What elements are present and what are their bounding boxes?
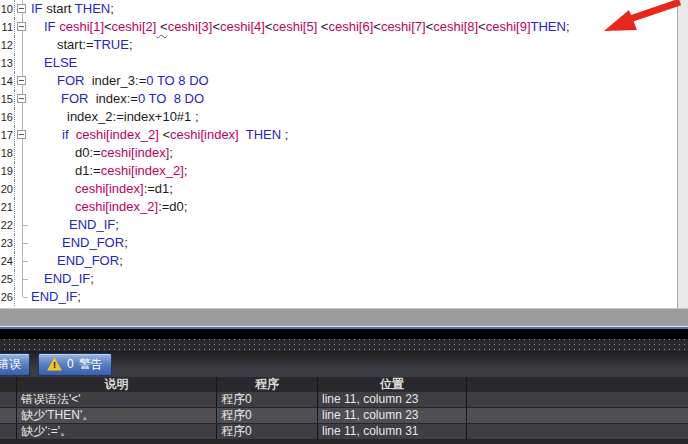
error-icon-cell [0,392,17,407]
error-row[interactable]: 错误语法'<'程序0line 11, column 23 [0,392,688,408]
code-text: END_IF; [31,270,688,288]
line-number: 22 [0,216,15,234]
code-line[interactable]: 17if ceshi[index_2] <ceshi[index] THEN ; [0,126,688,144]
code-line[interactable]: 10IF start THEN; [0,0,688,18]
header-icon-column [0,377,17,392]
header-description[interactable]: 说明 [17,377,217,392]
fold-guide [15,288,31,306]
error-program: 程序0 [217,424,318,439]
panel-gap [0,329,688,338]
fold-guide [15,198,31,216]
line-number: 16 [0,108,15,126]
fold-marker[interactable] [15,126,31,144]
code-line[interactable]: 16index_2:=index+10#1 ; [0,108,688,126]
header-program[interactable]: 程序 [217,377,318,392]
line-number: 23 [0,234,15,252]
code-text: ELSE [31,54,688,72]
tab-errors[interactable]: 错误 [0,353,30,376]
header-filler [467,377,688,392]
code-line[interactable]: 12start:=TRUE; [0,36,688,54]
fold-marker[interactable] [15,90,31,108]
line-number: 17 [0,126,15,144]
code-text: if ceshi[index_2] <ceshi[index] THEN ; [31,126,688,144]
line-number: 21 [0,198,15,216]
line-number: 11 [0,18,15,36]
panel-splitter-handle[interactable] [0,338,688,351]
error-list-header: 说明 程序 位置 [0,377,688,392]
code-text: END_FOR; [31,252,688,270]
error-location: line 11, column 23 [318,408,467,423]
warning-triangle-icon: ! [47,358,62,371]
fold-guide [15,144,31,162]
code-line[interactable]: 22END_IF; [0,216,688,234]
code-line[interactable]: 23END_FOR; [0,234,688,252]
error-location: line 11, column 23 [318,392,467,407]
code-line[interactable]: 14FOR inder_3:=0 TO 8 DO [0,72,688,90]
error-row-filler [467,392,688,407]
code-line[interactable]: 18d0:=ceshi[index]; [0,144,688,162]
code-text: END_IF; [31,288,688,306]
line-number: 18 [0,144,15,162]
line-number: 15 [0,90,15,108]
message-panel-tabbar: 错误 ! 0 警告 [0,351,688,377]
code-line[interactable]: 24END_FOR; [0,252,688,270]
fold-guide [15,270,31,288]
fold-guide [15,108,31,126]
error-description: 缺少'THEN'。 [17,408,217,423]
fold-guide [15,36,31,54]
fold-guide [15,252,31,270]
fold-marker[interactable] [15,18,31,36]
code-text: IF start THEN; [31,0,688,18]
tab-warnings-label: 警告 [79,356,103,373]
horizontal-scrollbar[interactable] [0,308,688,326]
code-line[interactable]: 26END_IF; [0,288,688,306]
fold-guide [15,162,31,180]
warnings-count: 0 [67,357,74,371]
error-program: 程序0 [217,392,318,407]
code-text: FOR inder_3:=0 TO 8 DO [31,72,688,90]
line-number: 13 [0,54,15,72]
code-editor[interactable]: 10IF start THEN;11IF ceshi[1]<ceshi[2] <… [0,0,688,308]
error-row[interactable]: 缺少'THEN'。程序0line 11, column 23 [0,408,688,424]
code-line[interactable]: 13ELSE [0,54,688,72]
tab-errors-label: 错误 [0,356,21,373]
code-text: END_FOR; [31,234,688,252]
line-number: 24 [0,252,15,270]
annotation-arrow-icon [596,0,684,38]
code-text: index_2:=index+10#1 ; [31,108,688,126]
vertical-scrollbar[interactable] [677,0,688,308]
code-text: IF ceshi[1]<ceshi[2] <ceshi[3]<ceshi[4]<… [31,18,688,36]
line-number: 20 [0,180,15,198]
panel-bottom-filler [0,440,688,444]
code-text: END_IF; [31,216,688,234]
code-line[interactable]: 11IF ceshi[1]<ceshi[2] <ceshi[3]<ceshi[4… [0,18,688,36]
error-location: line 11, column 31 [318,424,467,439]
fold-guide [15,216,31,234]
error-icon-cell [0,424,17,439]
error-list: 说明 程序 位置 错误语法'<'程序0line 11, column 23缺少'… [0,377,688,440]
line-number: 12 [0,36,15,54]
tab-warnings[interactable]: ! 0 警告 [38,353,112,376]
error-rows-container: 错误语法'<'程序0line 11, column 23缺少'THEN'。程序0… [0,392,688,440]
code-text: ceshi[index]:=d1; [31,180,688,198]
fold-marker[interactable] [15,72,31,90]
code-line[interactable]: 20ceshi[index]:=d1; [0,180,688,198]
line-number: 10 [0,0,15,18]
code-line[interactable]: 15FOR index:=0 TO 8 DO [0,90,688,108]
code-text: FOR index:=0 TO 8 DO [31,90,688,108]
error-row[interactable]: 缺少':='。程序0line 11, column 31 [0,424,688,440]
line-number: 14 [0,72,15,90]
code-lines-container: 10IF start THEN;11IF ceshi[1]<ceshi[2] <… [0,0,688,306]
code-line[interactable]: 25END_IF; [0,270,688,288]
fold-marker[interactable] [15,0,31,18]
fold-guide [15,234,31,252]
line-number: 19 [0,162,15,180]
error-description: 错误语法'<' [17,392,217,407]
code-line[interactable]: 21ceshi[index_2]:=d0; [0,198,688,216]
fold-guide [15,180,31,198]
line-number: 26 [0,288,15,306]
error-icon-cell [0,408,17,423]
error-row-filler [467,424,688,439]
code-line[interactable]: 19d1:=ceshi[index_2]; [0,162,688,180]
header-location[interactable]: 位置 [318,377,467,392]
